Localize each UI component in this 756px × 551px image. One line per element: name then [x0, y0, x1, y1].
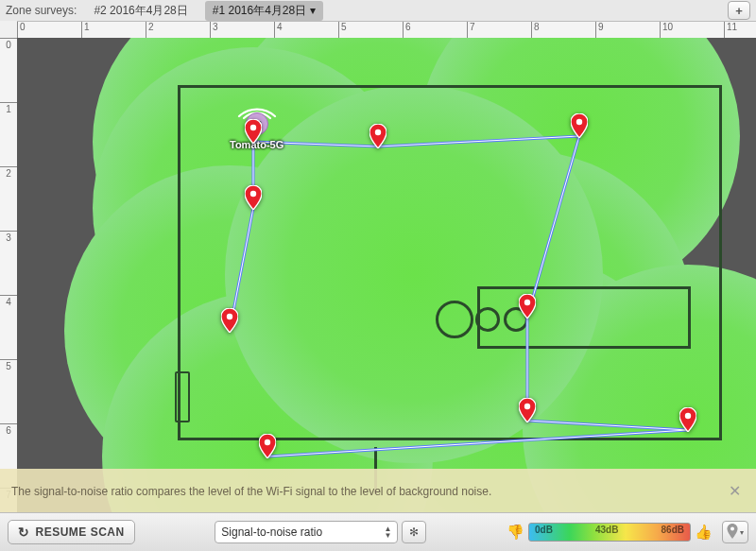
metric-selected-label: Signal-to-noise ratio [221, 525, 322, 539]
chevron-down-icon: ▾ [310, 4, 316, 17]
metric-select[interactable]: Signal-to-noise ratio ▲▼ [215, 521, 398, 543]
survey-pin[interactable] [519, 294, 536, 319]
heatmap-canvas[interactable]: 5G Tomato-5G [17, 38, 756, 513]
ruler-vertical: 01234567 [0, 38, 18, 513]
info-tip: The signal-to-noise ratio compares the l… [0, 469, 756, 513]
fixture-circle [475, 307, 500, 332]
ruler-corner [0, 21, 18, 39]
survey-pin[interactable] [571, 113, 588, 138]
chevron-down-icon: ▾ [740, 528, 744, 537]
svg-point-11 [375, 129, 381, 135]
survey-pin[interactable] [679, 407, 696, 432]
bottom-toolbar: ↻ RESUME SCAN Signal-to-noise ratio ▲▼ ✻… [0, 512, 756, 551]
survey-pin[interactable] [519, 398, 536, 422]
select-arrows-icon: ▲▼ [384, 525, 391, 539]
signal-scale: 👎 0dB 43dB 86dB 👍 [507, 523, 713, 542]
zone-surveys-label: Zone surveys: [6, 4, 77, 17]
pin-icon [727, 524, 738, 542]
pin-mode-button[interactable]: ▾ [722, 521, 748, 543]
svg-point-18 [685, 413, 691, 419]
svg-point-10 [250, 125, 256, 130]
svg-point-15 [524, 300, 530, 305]
scale-mid: 43dB [595, 525, 618, 535]
info-tip-text: The signal-to-noise ratio compares the l… [11, 485, 491, 498]
close-icon[interactable]: ✕ [725, 478, 745, 504]
svg-point-13 [250, 191, 256, 197]
refresh-icon: ↻ [18, 525, 30, 540]
svg-point-12 [576, 119, 582, 125]
survey-pin[interactable] [369, 124, 387, 148]
settings-button[interactable]: ✻ [402, 521, 426, 543]
svg-point-14 [227, 314, 232, 319]
fixture-circle [436, 301, 473, 338]
svg-point-17 [265, 439, 270, 445]
survey-tab-active[interactable]: #1 2016年4月28日 ▾ [205, 1, 323, 21]
survey-pin[interactable] [245, 119, 262, 144]
thumbs-down-icon: 👎 [507, 524, 524, 541]
survey-pin[interactable] [221, 308, 238, 333]
scale-high: 86dB [662, 525, 684, 535]
add-survey-button[interactable]: + [728, 1, 750, 20]
thumbs-up-icon: 👍 [695, 524, 713, 541]
survey-pin[interactable] [245, 185, 262, 210]
svg-point-19 [730, 526, 734, 530]
scale-low: 0dB [535, 525, 553, 535]
resume-scan-button[interactable]: ↻ RESUME SCAN [8, 520, 135, 544]
scale-gradient: 0dB 43dB 86dB [528, 523, 691, 542]
survey-tabs-bar: Zone surveys: #2 2016年4月28日 #1 2016年4月28… [0, 0, 756, 22]
survey-tab[interactable]: #2 2016年4月28日 [86, 1, 195, 21]
gear-icon: ✻ [409, 525, 419, 539]
survey-pin[interactable] [259, 434, 276, 458]
svg-point-16 [524, 404, 530, 409]
resume-scan-label: RESUME SCAN [36, 525, 125, 539]
door-outline [175, 371, 190, 422]
